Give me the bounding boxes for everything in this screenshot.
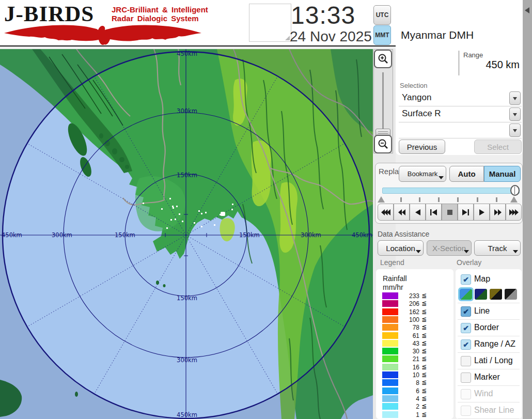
product-select[interactable]: Surface R (399, 107, 522, 122)
legend-value: 2 (400, 403, 419, 410)
zoom-in-icon (378, 53, 389, 65)
fast-forward-2x-button[interactable] (490, 204, 506, 221)
overlay-row-lati-long[interactable]: Lati / Long (456, 354, 522, 369)
legend-swatch (382, 403, 398, 410)
manual-mode-button[interactable]: Manual (484, 166, 521, 182)
fast-rewind-3x-button[interactable] (378, 204, 394, 221)
shear-line-checkbox[interactable] (461, 406, 471, 416)
fast-rewind-2x-button[interactable] (394, 204, 410, 221)
fast-forward-3x-button[interactable] (506, 204, 522, 221)
overlay-separator (458, 319, 520, 320)
app-logo-subtitle: JRC-Brilliant & Intelligent Radar Dialog… (112, 5, 208, 23)
step-forward-button[interactable] (458, 204, 474, 221)
radar-echo (179, 213, 180, 215)
border-checkbox[interactable] (461, 323, 471, 333)
radar-echo (205, 212, 207, 213)
overlay-row-border[interactable]: Border (456, 321, 522, 336)
line-checkbox[interactable] (461, 306, 471, 317)
lati-long-checkbox-label: Lati / Long (474, 356, 513, 365)
legend-lte-icon: ≦ (421, 316, 427, 323)
map-style-swatch-1[interactable] (460, 289, 472, 300)
legend-swatch (382, 364, 398, 370)
legend-value: 30 (400, 348, 419, 355)
radar-echo (161, 208, 163, 210)
wind-checkbox[interactable] (461, 389, 471, 399)
radar-echo (231, 209, 233, 210)
play-button[interactable] (474, 204, 490, 221)
x-section-button[interactable]: X-Section (427, 240, 472, 256)
zoom-in-button[interactable] (374, 50, 392, 68)
overlay-panel: Map Line Border Range / AZ Lati / Long M… (456, 269, 522, 419)
site-dropdown-arrow-icon[interactable] (509, 91, 521, 105)
extra-select[interactable] (399, 123, 522, 138)
radar-echo (173, 207, 174, 209)
legend-value: 100 (400, 316, 419, 323)
overlay-row-line[interactable]: Line (456, 304, 522, 319)
map-checkbox[interactable] (461, 274, 471, 285)
legend-swatch (382, 395, 398, 402)
radar-echo (143, 203, 144, 204)
zoom-slider-track[interactable] (382, 72, 384, 129)
zoom-out-icon (378, 138, 389, 150)
slider-tick (457, 197, 459, 202)
stop-button[interactable] (442, 204, 458, 221)
timezone-mmt-button[interactable]: MMT (373, 25, 391, 45)
legend-row: 43≦ (376, 340, 453, 347)
header-divider (0, 45, 397, 46)
product-dropdown-arrow-icon[interactable] (509, 107, 521, 121)
track-button[interactable]: Track (474, 240, 521, 256)
replay-slider-track[interactable] (382, 188, 520, 194)
radar-echo (194, 222, 195, 224)
slider-start-marker-icon[interactable] (378, 196, 385, 203)
panel-collapse-strip[interactable] (523, 0, 532, 419)
x-section-button-label: X-Section (432, 244, 466, 253)
lati-long-checkbox[interactable] (461, 356, 471, 366)
slider-end-marker-icon[interactable] (510, 196, 518, 203)
legend-value: 6 (400, 387, 419, 395)
legend-value: 206 (400, 300, 419, 307)
bookmark-button[interactable]: Bookmark (399, 166, 446, 182)
timezone-utc-button[interactable]: UTC (373, 5, 391, 25)
overlay-header: Overlay (457, 258, 481, 267)
legend-row: 2≦ (376, 403, 453, 410)
overlay-separator (458, 352, 520, 353)
play-reverse-button[interactable] (410, 204, 426, 221)
clock-date: 24 Nov 2025 (290, 28, 372, 45)
step-back-button[interactable] (426, 204, 442, 221)
range-az-checkbox-label: Range / AZ (474, 339, 515, 349)
map-style-swatch-3[interactable] (490, 289, 502, 300)
overlay-row-map[interactable]: Map (456, 272, 522, 287)
resize-grip-icon[interactable] (285, 36, 290, 40)
overlay-row-marker[interactable]: Marker (456, 370, 522, 385)
legend-value: 61 (400, 332, 419, 339)
legend-row: 8≦ (376, 379, 453, 386)
collapse-arrow-icon[interactable] (525, 7, 529, 13)
map-style-row (456, 288, 522, 303)
preview-thumbnail[interactable] (249, 4, 291, 42)
extra-dropdown-arrow-icon[interactable] (509, 123, 521, 137)
previous-button[interactable]: Previous (399, 139, 445, 154)
zoom-out-button[interactable] (374, 135, 392, 153)
range-az-checkbox[interactable] (461, 339, 471, 350)
overlay-row-range-az[interactable]: Range / AZ (456, 337, 522, 352)
map-style-swatch-4[interactable] (505, 289, 517, 300)
radar-echo (201, 226, 202, 227)
legend-swatch (382, 387, 398, 394)
legend-value: 4 (400, 395, 419, 402)
step-back-icon (430, 209, 437, 215)
radar-echo (201, 213, 202, 214)
radar-echo (176, 206, 178, 207)
select-button[interactable]: Select (474, 139, 522, 154)
marker-checkbox-label: Marker (474, 373, 500, 382)
marker-checkbox[interactable] (461, 373, 471, 383)
slider-tick (496, 197, 497, 202)
auto-mode-button[interactable]: Auto (449, 166, 484, 182)
legend-swatch (382, 300, 398, 307)
site-select[interactable]: Yangon (399, 91, 522, 106)
map-style-swatch-2[interactable] (475, 289, 487, 300)
legend-lte-icon: ≦ (421, 323, 427, 331)
replay-slider-thumb[interactable] (510, 185, 520, 196)
location-button[interactable]: Location (378, 240, 424, 256)
radar-map[interactable]: 450km 300km 150km 150km 300km 450km 450k… (0, 49, 373, 419)
overlay-separator (458, 303, 520, 303)
